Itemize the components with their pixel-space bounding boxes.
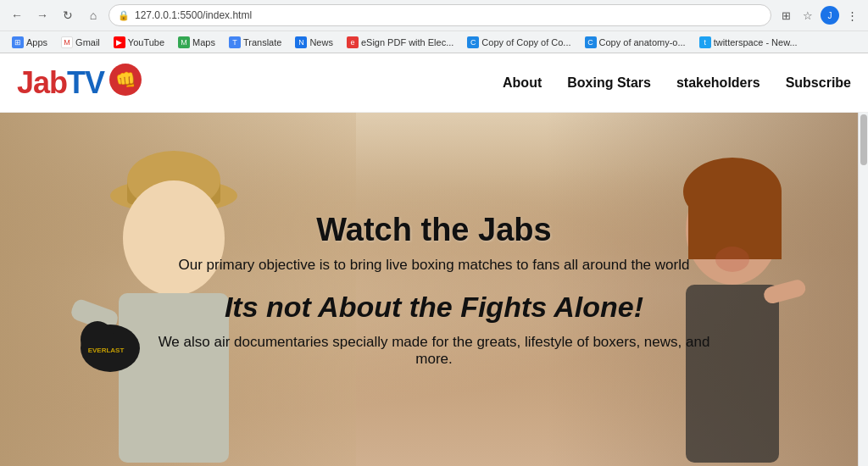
gmail-icon: M: [61, 36, 73, 48]
esign-icon: e: [347, 36, 359, 48]
logo-red-text: Jab: [17, 65, 67, 100]
bookmark-twitter[interactable]: t twitterspace - New...: [694, 35, 803, 50]
bookmark-translate[interactable]: T Translate: [224, 35, 287, 50]
nav-about[interactable]: About: [503, 75, 542, 91]
svg-text:EVERLAST: EVERLAST: [88, 347, 125, 354]
hero-section: EVERLAST Watch the Jabs Our primary: [0, 113, 868, 466]
hero-subtitle-1: Our primary objective is to bring live b…: [154, 257, 714, 274]
twitter-icon: t: [699, 36, 711, 48]
home-button[interactable]: ⌂: [83, 5, 103, 25]
scrollbar[interactable]: [858, 113, 868, 466]
bookmark-copy2[interactable]: C Copy of anatomy-o...: [580, 35, 691, 50]
back-button[interactable]: ←: [7, 5, 27, 25]
scrollbar-thumb[interactable]: [860, 114, 867, 165]
hero-subtitle-2: We also air documentaries specially made…: [154, 334, 714, 368]
translate-icon: T: [229, 36, 241, 48]
reload-button[interactable]: ↻: [58, 5, 78, 25]
browser-icons: ⊞ ☆ J ⋮: [776, 6, 861, 25]
logo-blue-text: TV: [67, 65, 104, 100]
nav-stakeholders[interactable]: stakeholders: [676, 75, 760, 91]
apps-icon: ⊞: [12, 36, 24, 48]
extensions-button[interactable]: ⊞: [776, 6, 795, 25]
forward-button[interactable]: →: [32, 5, 53, 25]
logo[interactable]: JabTV 👊: [17, 62, 143, 104]
menu-button[interactable]: ⋮: [843, 6, 861, 25]
bookmark-gmail[interactable]: M Gmail: [56, 35, 105, 50]
bookmark-youtube[interactable]: ▶ YouTube: [108, 35, 170, 50]
bookmark-esign[interactable]: e eSign PDF with Elec...: [342, 35, 459, 50]
nav-links: About Boxing Stars stakeholders Subscrib…: [503, 75, 851, 91]
copy2-icon: C: [585, 36, 597, 48]
news-icon: N: [295, 36, 307, 48]
copy1-icon: C: [467, 36, 479, 48]
address-bar[interactable]: 🔒 127.0.0.1:5500/index.html: [108, 4, 771, 26]
site-nav: JabTV 👊 About Boxing Stars stakeholders …: [0, 53, 868, 113]
nav-boxing-stars[interactable]: Boxing Stars: [567, 75, 651, 91]
logo-fist-icon: 👊: [108, 62, 143, 104]
profile-button[interactable]: J: [821, 6, 839, 25]
logo-text: JabTV: [17, 65, 104, 101]
hero-title-1: Watch the Jabs: [154, 212, 714, 248]
svg-rect-16: [762, 278, 807, 305]
hero-title-2: Its not About the Fights Alone!: [154, 291, 714, 324]
bookmark-copy1[interactable]: C Copy of Copy of Co...: [462, 35, 576, 50]
bookmark-apps[interactable]: ⊞ Apps: [7, 35, 53, 50]
bookmarks-bar: ⊞ Apps M Gmail ▶ YouTube M Maps T Transl…: [0, 31, 868, 53]
bookmark-news[interactable]: N News: [290, 35, 338, 50]
youtube-icon: ▶: [114, 36, 125, 48]
star-button[interactable]: ☆: [798, 6, 817, 25]
fist-svg: 👊: [108, 62, 143, 97]
nav-subscribe[interactable]: Subscribe: [786, 75, 851, 91]
webpage: JabTV 👊 About Boxing Stars stakeholders …: [0, 53, 868, 466]
url-text: 127.0.0.1:5500/index.html: [135, 9, 252, 21]
hero-text: Watch the Jabs Our primary objective is …: [137, 195, 731, 385]
browser-chrome: ← → ↻ ⌂ 🔒 127.0.0.1:5500/index.html ⊞ ☆ …: [0, 0, 868, 53]
maps-icon: M: [178, 36, 190, 48]
browser-toolbar: ← → ↻ ⌂ 🔒 127.0.0.1:5500/index.html ⊞ ☆ …: [0, 0, 868, 31]
svg-text:👊: 👊: [115, 69, 136, 90]
bookmark-maps[interactable]: M Maps: [173, 35, 220, 50]
